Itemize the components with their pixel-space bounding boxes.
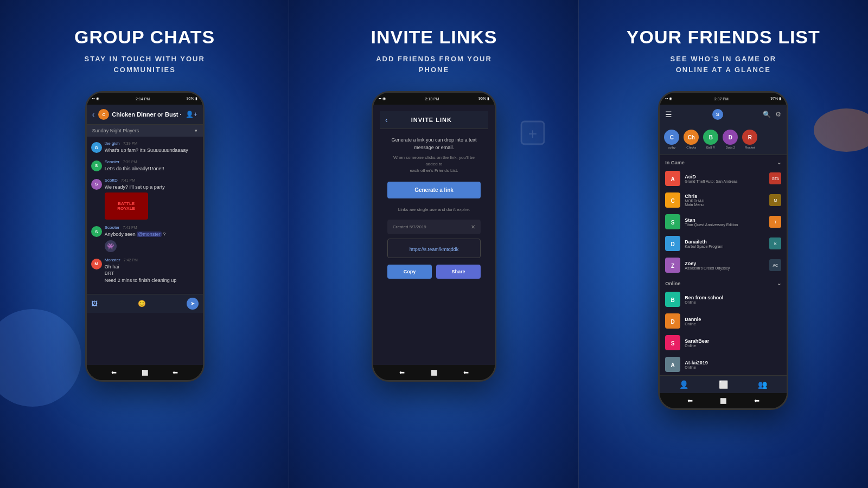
friends-nav-person-icon[interactable]: 👤 <box>679 380 688 389</box>
friend-chris-game: MORDHAUMain Menu <box>685 199 765 207</box>
steam-logo-area: S <box>712 109 723 120</box>
top-avatar-ball[interactable]: B Ball P. <box>703 130 718 149</box>
avatar-ball: B <box>703 130 718 145</box>
emoji-icon[interactable]: 😊 <box>138 300 146 307</box>
friends-avatars-row: C colby Ch Chicks B Ball P. D Dota 2 <box>660 124 787 155</box>
game-icon-ac: AC <box>769 259 781 271</box>
top-avatar-rocket[interactable]: R Rocket <box>742 130 757 149</box>
top-avatar-dota[interactable]: D Dota 2 <box>723 130 738 149</box>
nav-recent-right[interactable]: ⬅ <box>754 397 760 404</box>
status-time-center: 2:13 PM <box>425 97 439 101</box>
msg-3-time: 7:41 PM <box>121 178 135 182</box>
msg-2-content: Scooter 7:39 PM Let's do this already!1!… <box>105 159 164 172</box>
svg-text:+: + <box>528 125 537 142</box>
panel-title-invite: INVITE LINKS <box>371 27 497 47</box>
phone-nav-center: ⬅ ⬜ ⬅ <box>373 365 495 380</box>
top-avatar-colby[interactable]: C colby <box>664 130 679 149</box>
friend-dannle-name: Dannle <box>685 317 781 322</box>
phone-notch-left: ▪▪ ◉ 2:14 PM 96% ▮ <box>87 93 203 105</box>
msg-1-text: What's up fam? It's Suuuuuuundaaaay <box>105 147 188 154</box>
link-close-icon[interactable]: ✕ <box>471 224 475 230</box>
friends-header: ☰ S 🔍 ⚙ <box>660 105 787 124</box>
avatar-chris: C <box>665 192 680 208</box>
in-game-chevron: ⌄ <box>777 159 781 165</box>
friend-dannle[interactable]: D Dannle Online <box>660 310 787 332</box>
friends-search-icon[interactable]: 🔍 <box>763 111 771 118</box>
add-user-icon[interactable]: 👤+ <box>186 111 197 118</box>
phone-notch-center: ▪▪ ◉ 2:13 PM 96% ▮ <box>373 93 495 105</box>
link-actions: Copy Share <box>387 265 481 279</box>
generate-link-button[interactable]: Generate a link <box>387 182 481 198</box>
friend-sarahbear-name: SarahBear <box>685 338 781 344</box>
battle-royale-text: BATTLEROYALE <box>117 201 135 211</box>
friend-danaileth-info: Danaileth Karbal Space Program <box>685 239 765 248</box>
nav-home-left[interactable]: ⬜ <box>142 370 148 376</box>
nav-recent-center[interactable]: ⬅ <box>463 369 469 376</box>
friend-atlai-info: At-lai2019 Online <box>685 360 781 369</box>
friends-nav-circle-icon[interactable]: ⬜ <box>719 380 728 389</box>
msg-3-content: ScottD 7:41 PM We ready? I'll set up a p… <box>105 178 165 220</box>
friend-acid-info: AciD Grand Theft Auto: San Andreas <box>685 174 765 183</box>
friend-acid-name: AciD <box>685 174 765 179</box>
friend-ben-status: Online <box>685 300 781 304</box>
friend-atlai-name: At-lai2019 <box>685 360 781 365</box>
avatar-acid: A <box>665 171 680 186</box>
avatar-name-rocket: Rocket <box>745 146 755 149</box>
msg-5-user: Monster <box>105 258 120 262</box>
image-attach-icon[interactable]: 🖼 <box>91 300 98 307</box>
friend-atlai[interactable]: A At-lai2019 Online <box>660 354 787 375</box>
msg-1-user: the gish <box>105 141 120 146</box>
msg-3-text: We ready? I'll set up a party <box>105 184 165 191</box>
friend-sarahbear-status: Online <box>685 344 781 348</box>
monster-emoji: 👾 <box>105 240 117 252</box>
chat-group-name: Sunday Night Players ▾ <box>87 125 203 137</box>
friend-stan[interactable]: S Stan Titan Quest Anniversary Edition T <box>660 211 787 233</box>
avatar-gish: G <box>91 142 102 153</box>
msg-2-user: Scooter <box>105 159 120 164</box>
panel-subtitle-invite: ADD FRIENDS FROM YOURPHONE <box>376 54 492 75</box>
avatar-monster: M <box>91 259 102 269</box>
nav-back-center[interactable]: ⬅ <box>399 369 405 376</box>
svg-text:A: A <box>671 176 675 182</box>
friend-zoey[interactable]: Z Zoey Assassin's Creed Odyssey AC <box>660 254 787 276</box>
online-label: Online <box>665 281 680 286</box>
top-avatar-chicks[interactable]: Ch Chicks <box>684 130 699 149</box>
send-icon[interactable]: ➤ <box>187 298 199 310</box>
online-chevron: ⌄ <box>777 280 781 286</box>
avatar-name-colby: colby <box>668 146 675 149</box>
invite-back-icon[interactable]: ‹ <box>385 115 388 124</box>
nav-home-right[interactable]: ⬜ <box>720 398 726 404</box>
avatar-atlai: A <box>665 357 680 372</box>
chat-message-5: M Monster 7:42 PM Oh haiBRTNeed 2 mins t… <box>91 258 199 284</box>
friend-danaileth[interactable]: D Danaileth Karbal Space Program K <box>660 233 787 254</box>
svg-text:D: D <box>671 319 675 325</box>
avatar-dannle: D <box>665 313 680 329</box>
friend-ben[interactable]: B Ben from school Online <box>660 288 787 310</box>
friend-acid[interactable]: A AciD Grand Theft Auto: San Andreas GTA <box>660 168 787 189</box>
back-icon[interactable]: ‹ <box>92 110 95 119</box>
in-game-section-header: In Game ⌄ <box>660 155 787 168</box>
friends-settings-icon[interactable]: ⚙ <box>775 111 781 118</box>
game-icon-ksp: K <box>769 237 781 249</box>
nav-back-left[interactable]: ⬅ <box>111 369 117 376</box>
nav-recent-left[interactable]: ⬅ <box>173 369 178 376</box>
chat-screen: ‹ C Chicken Dinner or Bust · 👤+ Sunday N… <box>87 105 203 365</box>
chat-message-4: S Scooter 7:41 PM Anybody seen @monster … <box>91 225 199 252</box>
phone-nav-right: ⬅ ⬜ ⬅ <box>660 393 787 408</box>
friends-screen: ☰ S 🔍 ⚙ C colby Ch <box>660 105 787 393</box>
chat-channel-name: Chicken Dinner or Bust · <box>112 111 181 118</box>
share-button[interactable]: Share <box>436 265 481 279</box>
nav-back-right[interactable]: ⬅ <box>687 397 693 404</box>
friends-nav-people-icon[interactable]: 👥 <box>758 380 767 389</box>
phone-invite-links: ▪▪ ◉ 2:13 PM 96% ▮ ‹ INVITE LINK Generat… <box>372 91 496 382</box>
add-friend-decorative-icon: + <box>514 114 552 152</box>
panel-title-group-chats: GROUP CHATS <box>74 27 215 47</box>
panel-invite-links: + INVITE LINKS ADD FRIENDS FROM YOURPHON… <box>289 0 578 488</box>
nav-home-center[interactable]: ⬜ <box>431 370 437 376</box>
friends-menu-icon[interactable]: ☰ <box>665 110 672 119</box>
game-icon-titan: T <box>769 216 781 228</box>
friend-sarahbear[interactable]: S SarahBear Online <box>660 332 787 354</box>
link-created-bar: Created 5/7/2019 ✕ <box>387 220 481 234</box>
friend-chris[interactable]: C Chris MORDHAUMain Menu M <box>660 189 787 211</box>
copy-button[interactable]: Copy <box>387 265 432 279</box>
